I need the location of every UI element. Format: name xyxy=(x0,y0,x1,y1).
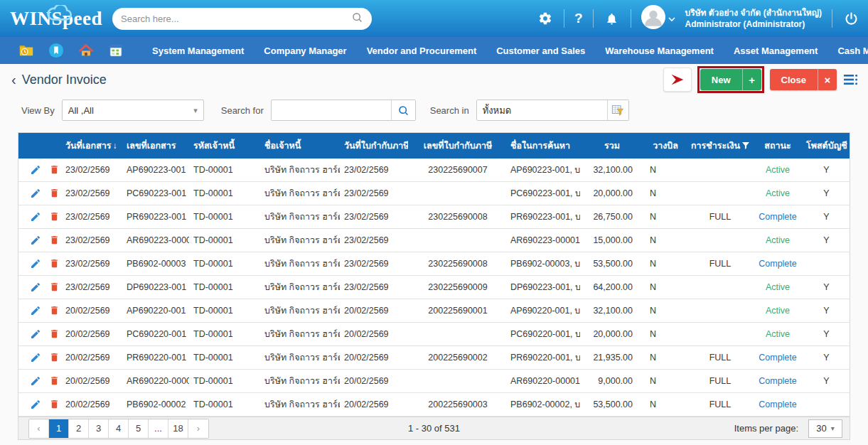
home-icon[interactable] xyxy=(78,43,94,58)
user-menu[interactable] xyxy=(641,5,675,32)
pager-page-2[interactable]: 2 xyxy=(69,419,89,438)
cell-status[interactable]: Active xyxy=(752,323,802,346)
cell-status[interactable]: Active xyxy=(752,159,802,182)
global-search[interactable] xyxy=(112,8,372,30)
header-billing[interactable]: วางบิล xyxy=(643,133,687,159)
edit-pencil-icon[interactable] xyxy=(30,188,41,199)
pager-prev-button[interactable]: ‹ xyxy=(29,419,49,438)
brand-logo[interactable]: WINSpeed xyxy=(0,8,107,30)
cell-status[interactable]: Active xyxy=(752,229,802,252)
cell-status[interactable]: Complete xyxy=(752,370,802,393)
header-payment[interactable]: การชำระเงิน xyxy=(687,133,752,159)
back-chevron-icon[interactable]: ‹ xyxy=(11,73,16,87)
pager-page-4[interactable]: 4 xyxy=(109,419,129,438)
table-row[interactable]: 20/02/2569 PR690220-001 TD-00001 บริษัท … xyxy=(18,346,850,370)
items-per-page: Items per page: 30 ▾ xyxy=(734,419,842,438)
cell-tax-no xyxy=(408,182,506,205)
pager-page-5[interactable]: 5 xyxy=(129,419,149,438)
header-search-name[interactable]: ชื่อในการค้นหา xyxy=(506,133,580,159)
edit-pencil-icon[interactable] xyxy=(30,328,41,340)
new-button[interactable]: New + xyxy=(700,69,761,90)
pager-next-button[interactable]: › xyxy=(188,419,208,438)
items-per-page-select[interactable]: 30 ▾ xyxy=(808,419,842,438)
view-by-select[interactable]: All ,All ▾ xyxy=(62,100,204,121)
delete-trash-icon[interactable] xyxy=(49,305,60,316)
cell-status[interactable]: Active xyxy=(752,182,802,205)
delete-trash-icon[interactable] xyxy=(49,235,60,246)
cell-status[interactable]: Complete xyxy=(752,252,802,276)
menu-item[interactable]: Warehouse Management xyxy=(605,45,714,56)
header-posted[interactable]: โพสต์บัญชี xyxy=(802,133,850,159)
delete-trash-icon[interactable] xyxy=(49,399,60,410)
edit-pencil-icon[interactable] xyxy=(30,375,41,387)
table-row[interactable]: 23/02/2569 AP690223-001 TD-00001 บริษัท … xyxy=(18,159,850,182)
pager-ellipsis[interactable]: ... xyxy=(149,419,168,438)
table-row[interactable]: 23/02/2569 DP690223-001 TD-00001 บริษัท … xyxy=(18,276,850,299)
recent-folder-icon[interactable] xyxy=(18,43,34,58)
table-row[interactable]: 23/02/2569 PB6902-00003 TD-00001 บริษัท … xyxy=(18,252,850,276)
edit-pencil-icon[interactable] xyxy=(30,305,41,316)
pager-page-1[interactable]: 1 xyxy=(49,419,69,438)
edit-pencil-icon[interactable] xyxy=(30,235,41,246)
edit-pencil-icon[interactable] xyxy=(30,258,41,269)
search-in-input[interactable] xyxy=(477,100,607,120)
search-for-button[interactable] xyxy=(391,100,415,120)
cell-status[interactable]: Complete xyxy=(752,393,802,417)
cell-status[interactable]: Active xyxy=(752,276,802,299)
cell-status[interactable]: Complete xyxy=(752,346,802,370)
column-filter-icon[interactable] xyxy=(607,100,628,120)
menu-item[interactable]: Asset Management xyxy=(734,45,818,56)
cell-posted xyxy=(802,252,850,276)
menu-item[interactable]: Cash Management xyxy=(837,45,868,56)
close-button[interactable]: Close × xyxy=(770,69,837,90)
search-for-input[interactable] xyxy=(272,100,391,120)
delete-trash-icon[interactable] xyxy=(49,211,60,222)
search-icon[interactable] xyxy=(351,11,363,26)
notifications-bell-icon[interactable] xyxy=(604,10,621,27)
cell-total: 9,000.00 xyxy=(580,370,643,393)
delete-trash-icon[interactable] xyxy=(49,258,60,269)
edit-pencil-icon[interactable] xyxy=(30,282,41,293)
pager-page-3[interactable]: 3 xyxy=(89,419,109,438)
menu-item[interactable]: System Management xyxy=(152,45,244,56)
delete-trash-icon[interactable] xyxy=(49,282,60,293)
table-row[interactable]: 23/02/2569 AR690223-00001 TD-00001 บริษั… xyxy=(18,229,850,252)
table-row[interactable]: 20/02/2569 PB6902-00002 TD-00001 บริษัท … xyxy=(18,393,850,417)
edit-pencil-icon[interactable] xyxy=(30,352,41,363)
bookmark-icon[interactable] xyxy=(48,43,64,58)
header-doc-date[interactable]: วันที่เอกสาร↓ xyxy=(61,133,122,159)
edit-pencil-icon[interactable] xyxy=(30,399,41,410)
delete-trash-icon[interactable] xyxy=(49,375,60,387)
delete-trash-icon[interactable] xyxy=(49,164,60,176)
list-menu-icon[interactable] xyxy=(842,71,859,88)
menu-item[interactable]: Vendor and Procurement xyxy=(367,45,477,56)
menu-item[interactable]: Company Manager xyxy=(264,45,346,56)
cell-status[interactable]: Complete xyxy=(752,205,802,229)
header-vendor-code[interactable]: รหัสเจ้าหนี้ xyxy=(189,133,260,159)
edit-pencil-icon[interactable] xyxy=(30,164,41,176)
global-search-input[interactable] xyxy=(121,14,351,24)
cell-status[interactable]: Active xyxy=(752,299,802,323)
edit-pencil-icon[interactable] xyxy=(30,211,41,222)
cell-vendor-name: บริษัท กิจถาวร ฮาร์ดแวร์ xyxy=(260,323,340,346)
header-status[interactable]: สถานะ xyxy=(752,133,802,159)
pager-page-18[interactable]: 18 xyxy=(168,419,188,438)
delete-trash-icon[interactable] xyxy=(49,328,60,340)
header-total[interactable]: รวม xyxy=(580,133,643,159)
menu-item[interactable]: Customer and Sales xyxy=(496,45,585,56)
table-row[interactable]: 23/02/2569 PC690223-001 TD-00001 บริษัท … xyxy=(18,182,850,205)
help-icon[interactable]: ? xyxy=(574,11,583,26)
delete-trash-icon[interactable] xyxy=(49,188,60,199)
header-tax-date[interactable]: วันที่ใบกำกับภาษี xyxy=(340,133,408,159)
delete-trash-icon[interactable] xyxy=(49,352,60,363)
header-tax-no[interactable]: เลขที่ใบกำกับภาษี xyxy=(408,133,506,159)
table-row[interactable]: 23/02/2569 PR690223-001 TD-00001 บริษัท … xyxy=(18,205,850,229)
calendar-planner-icon[interactable] xyxy=(108,43,124,58)
table-row[interactable]: 20/02/2569 AP690220-001 TD-00001 บริษัท … xyxy=(18,299,850,323)
table-row[interactable]: 20/02/2569 AR690220-00001 TD-00001 บริษั… xyxy=(18,370,850,393)
header-doc-no[interactable]: เลขที่เอกสาร xyxy=(122,133,189,159)
logout-power-icon[interactable] xyxy=(842,10,859,27)
table-row[interactable]: 20/02/2569 PC690220-001 TD-00001 บริษัท … xyxy=(18,323,850,346)
settings-gear-icon[interactable] xyxy=(537,10,554,27)
header-vendor-name[interactable]: ชื่อเจ้าหนี้ xyxy=(260,133,340,159)
